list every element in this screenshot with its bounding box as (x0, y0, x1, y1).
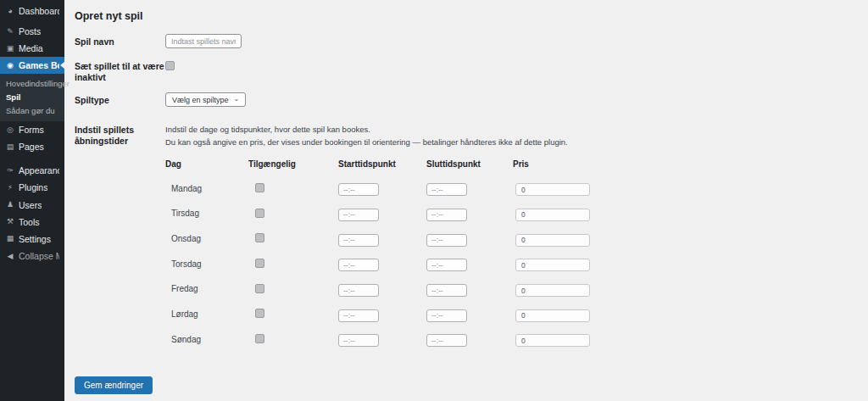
availability-checkbox[interactable] (255, 183, 264, 192)
day-label: Mandag (165, 184, 248, 193)
availability-checkbox[interactable] (255, 284, 264, 293)
price-input[interactable] (515, 259, 590, 271)
chevron-down-icon: ⌄ (234, 96, 240, 103)
collapse-menu-icon: ◀ (6, 252, 14, 260)
start-time-input[interactable] (338, 234, 379, 247)
game-type-label: Spiltype (75, 92, 165, 106)
day-label: Lørdag (165, 309, 248, 319)
day-row: Onsdag (165, 226, 868, 252)
opening-hours-label: Indstil spillets åbningstider (75, 122, 165, 146)
main-content: Opret nyt spil Spil navn Sæt spillet til… (64, 0, 868, 401)
game-name-label: Spil navn (75, 34, 165, 47)
game-type-select[interactable]: Vælg en spiltype ⌄ (165, 92, 246, 107)
end-time-input[interactable] (426, 183, 467, 196)
active-menu-arrow (60, 62, 64, 69)
sidebar-item-plugins[interactable]: ⚡ Plugins (0, 179, 64, 196)
sidebar-item-posts[interactable]: ✎ Posts (0, 23, 64, 40)
game-type-selected-value: Vælg en spiltype (172, 96, 229, 104)
sidebar-submenu-games-booking: HovedindstillingerSpilSådan gør du (0, 74, 64, 121)
column-header-day: Dag (165, 159, 248, 169)
wordpress-admin: ◕ Dashboard ✎ Posts ▣ Media ◉ Games Book… (0, 0, 868, 401)
sidebar-item-dashboard[interactable]: ◕ Dashboard (0, 3, 64, 19)
sidebar-item-users[interactable]: ♟ Users (0, 197, 64, 214)
admin-sidebar: ◕ Dashboard ✎ Posts ▣ Media ◉ Games Book… (0, 0, 64, 401)
end-time-input[interactable] (426, 209, 467, 221)
sidebar-item-games-booking[interactable]: ◉ Games Booking (0, 57, 64, 74)
start-time-input[interactable] (338, 284, 379, 297)
start-time-input[interactable] (338, 309, 379, 322)
posts-icon: ✎ (6, 27, 14, 36)
appearance-icon: ✑ (6, 166, 14, 175)
sidebar-item-settings[interactable]: ▦ Settings (0, 231, 64, 248)
pages-icon: ▤ (6, 142, 14, 151)
availability-checkbox[interactable] (255, 233, 264, 242)
opening-hours-row: Indstil spillets åbningstider Indstil de… (75, 122, 868, 352)
day-row: Torsdag (165, 251, 868, 276)
submenu-item-spil[interactable]: Spil (0, 90, 64, 103)
start-time-input[interactable] (338, 209, 379, 221)
end-time-input[interactable] (426, 334, 467, 347)
end-time-input[interactable] (426, 284, 467, 297)
day-row: Søndag (165, 326, 868, 352)
schedule-header-row: Dag Tilgængelig Starttidspunkt Sluttidsp… (165, 159, 868, 169)
column-header-available: Tilgængelig (248, 159, 338, 169)
sidebar-item-appearance[interactable]: ✑ Appearance (0, 162, 64, 179)
price-input[interactable] (515, 334, 590, 347)
page-title: Opret nyt spil (75, 10, 868, 22)
day-row: Mandag (165, 175, 868, 201)
sidebar-item-forms[interactable]: ◎ Forms (0, 121, 64, 138)
day-row: Lørdag (165, 302, 868, 327)
start-time-input[interactable] (338, 183, 379, 196)
day-label: Torsdag (165, 259, 248, 269)
availability-checkbox[interactable] (255, 259, 264, 268)
sidebar-item-collapse-menu[interactable]: ◀ Collapse Menu (0, 248, 64, 265)
sidebar-item-media[interactable]: ▣ Media (0, 40, 64, 57)
inactive-label: Sæt spillet til at være inaktivt (75, 58, 165, 82)
sidebar-item-tools[interactable]: ⚒ Tools (0, 214, 64, 231)
column-header-start-time: Starttidspunkt (338, 159, 426, 169)
inactive-row: Sæt spillet til at være inaktivt (75, 58, 868, 82)
schedule-table: Dag Tilgængelig Starttidspunkt Sluttidsp… (165, 159, 868, 352)
game-name-row: Spil navn (75, 34, 868, 48)
end-time-input[interactable] (426, 309, 467, 322)
availability-checkbox[interactable] (255, 209, 264, 218)
end-time-input[interactable] (426, 234, 467, 247)
users-icon: ♟ (6, 200, 14, 209)
availability-checkbox[interactable] (255, 309, 264, 318)
start-time-input[interactable] (338, 259, 379, 271)
column-header-end-time: Sluttidspunkt (426, 159, 513, 169)
price-input[interactable] (515, 309, 590, 322)
day-label: Fredag (165, 284, 248, 293)
inactive-checkbox[interactable] (165, 61, 175, 70)
plugins-icon: ⚡ (6, 183, 14, 192)
start-time-input[interactable] (338, 334, 379, 347)
end-time-input[interactable] (426, 259, 467, 271)
availability-checkbox[interactable] (255, 334, 264, 343)
price-input[interactable] (515, 183, 590, 196)
submenu-item-hovedindstillinger[interactable]: Hovedindstillinger (0, 76, 64, 90)
game-type-row: Spiltype Vælg en spiltype ⌄ (75, 92, 868, 107)
game-name-input[interactable] (165, 34, 242, 48)
tools-icon: ⚒ (6, 217, 14, 226)
day-label: Søndag (165, 335, 248, 344)
dashboard-icon: ◕ (6, 7, 14, 15)
sidebar-item-pages[interactable]: ▤ Pages (0, 138, 64, 155)
schedule-rows: Mandag Tirsdag Onsdag Torsdag Fredag Lør… (165, 175, 868, 352)
price-input[interactable] (515, 234, 590, 247)
opening-hours-description-line2: Du kan også angive en pris, der vises un… (165, 137, 868, 148)
opening-hours-block: Indstil de dage og tidspunkter, hvor det… (165, 122, 868, 352)
price-input[interactable] (515, 284, 590, 297)
media-icon: ▣ (6, 44, 14, 53)
column-header-price: Pris (513, 159, 598, 169)
games-booking-icon: ◉ (6, 61, 14, 70)
day-row: Tirsdag (165, 201, 868, 226)
opening-hours-description-line1: Indstil de dage og tidspunkter, hvor det… (165, 125, 868, 135)
day-label: Onsdag (165, 234, 248, 243)
settings-icon: ▦ (6, 234, 14, 242)
forms-icon: ◎ (6, 125, 14, 134)
save-button[interactable]: Gem ændringer (75, 376, 153, 394)
day-label: Tirsdag (165, 209, 248, 218)
price-input[interactable] (515, 209, 590, 221)
day-row: Fredag (165, 276, 868, 302)
submenu-item-s-dan-g-r-du[interactable]: Sådan gør du (0, 103, 64, 117)
